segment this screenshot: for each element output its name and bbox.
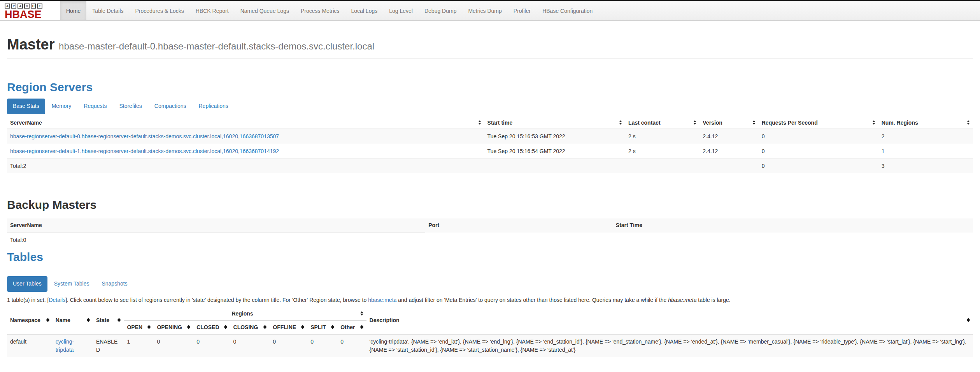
sort-icon[interactable] [187,325,190,329]
sort-icon[interactable] [331,325,334,329]
col-last-contact[interactable]: Last contact [625,117,699,129]
version-cell: 2.4.12 [699,144,758,159]
sort-icon[interactable] [752,120,756,125]
sort-icon[interactable] [87,318,90,322]
backup-masters-header-row: ServerName Port Start Time [7,218,973,233]
nav-link-named-queue-logs[interactable]: Named Queue Logs [235,1,295,20]
sort-icon[interactable] [117,318,121,322]
tab-requests-link[interactable]: Requests [78,99,112,114]
nav-item-named-queue-logs[interactable]: Named Queue Logs [235,1,295,20]
col-start-time[interactable]: Start time [484,117,626,129]
tab-storefiles[interactable]: Storefiles [113,99,147,114]
sort-icon[interactable] [147,325,151,329]
nav-link-debug-dump[interactable]: Debug Dump [419,1,463,20]
tab-replications-link[interactable]: Replications [193,99,234,114]
sort-icon[interactable] [360,325,363,329]
regionserver-name-cell: hbase-regionserver-default-1.hbase-regio… [7,144,484,159]
sort-icon[interactable] [693,120,696,125]
col-num-regions-label: Num. Regions [882,120,918,126]
total-num-regions-cell: 3 [878,159,973,173]
col-split[interactable]: SPLIT [307,321,337,334]
sort-icon[interactable] [619,120,622,125]
col-namespace[interactable]: Namespace [7,307,53,334]
nav-item-procedures-locks[interactable]: Procedures & Locks [130,1,190,20]
hbase-meta-link[interactable]: hbase:meta [368,297,396,303]
table-name-link[interactable]: cycling-tripdata [56,339,74,353]
tab-replications[interactable]: Replications [193,99,234,114]
sort-icon[interactable] [263,325,266,329]
nav-item-debug-dump[interactable]: Debug Dump [419,1,463,20]
sort-icon[interactable] [224,325,227,329]
col-version[interactable]: Version [699,117,758,129]
col-open[interactable]: OPEN [124,321,154,334]
nav-link-hbase-configuration[interactable]: HBase Configuration [536,1,598,20]
nav-item-hbck-report[interactable]: HBCK Report [190,1,235,20]
nav-link-hbck-report[interactable]: HBCK Report [190,1,235,20]
regionserver-link[interactable]: hbase-regionserver-default-0.hbase-regio… [10,133,279,139]
requests-per-second-cell: 0 [759,129,878,144]
col-num-regions[interactable]: Num. Regions [878,117,973,129]
nav-link-home[interactable]: Home [60,1,86,20]
nav-item-local-logs[interactable]: Local Logs [345,1,384,20]
nav-link-local-logs[interactable]: Local Logs [345,1,384,20]
nav-link-metrics-dump[interactable]: Metrics Dump [462,1,507,20]
col-requests-per-second[interactable]: Requests Per Second [759,117,878,129]
col-state-label: State [96,317,109,323]
col-offline[interactable]: OFFLINE [270,321,307,334]
tab-user-tables[interactable]: User Tables [7,276,47,292]
sort-icon[interactable] [301,325,304,329]
nav-item-metrics-dump[interactable]: Metrics Dump [462,1,507,20]
tab-compactions-link[interactable]: Compactions [149,99,192,114]
nav-item-log-level[interactable]: Log Level [383,1,419,20]
tab-user-tables-link[interactable]: User Tables [7,276,47,292]
tab-memory-link[interactable]: Memory [46,99,77,114]
tab-base-stats-link[interactable]: Base Stats [7,99,45,114]
col-name[interactable]: Name [53,307,93,334]
sort-icon[interactable] [872,120,875,125]
col-requests-per-second-label: Requests Per Second [762,120,818,126]
sort-icon[interactable] [478,120,481,125]
region-servers-heading: Region Servers [7,81,973,94]
nav-item-hbase-configuration[interactable]: HBase Configuration [536,1,598,20]
tab-compactions[interactable]: Compactions [149,99,192,114]
tab-system-tables-link[interactable]: System Tables [48,276,95,292]
tab-storefiles-link[interactable]: Storefiles [113,99,147,114]
tab-system-tables[interactable]: System Tables [48,276,95,292]
col-other-label: Other [340,324,355,330]
tab-requests[interactable]: Requests [78,99,112,114]
region-servers-table: ServerName Start time Last contact Versi… [7,117,973,173]
col-bm-start-time: Start Time [613,218,973,233]
nav-link-process-metrics[interactable]: Process Metrics [295,1,345,20]
col-group-regions[interactable]: Regions [124,307,366,321]
col-servername[interactable]: ServerName [7,117,484,129]
hbase-logo[interactable]: APACHE HBASE [0,1,60,20]
nav-link-log-level[interactable]: Log Level [383,1,419,20]
tab-base-stats[interactable]: Base Stats [7,99,45,114]
start-time-cell: Tue Sep 20 15:16:54 GMT 2022 [484,144,626,159]
col-description[interactable]: Description [366,307,973,334]
col-open-label: OPEN [127,324,142,330]
tab-snapshots-link[interactable]: Snapshots [96,276,133,292]
sort-icon[interactable] [360,311,363,316]
nav-link-profiler[interactable]: Profiler [508,1,536,20]
col-state[interactable]: State [93,307,124,334]
nav-item-profiler[interactable]: Profiler [508,1,536,20]
col-description-label: Description [370,317,400,323]
sort-icon[interactable] [967,120,970,125]
tab-memory[interactable]: Memory [46,99,77,114]
tab-snapshots[interactable]: Snapshots [96,276,133,292]
col-opening[interactable]: OPENING [154,321,193,334]
regionserver-link[interactable]: hbase-regionserver-default-1.hbase-regio… [10,148,279,154]
details-link[interactable]: Details [49,297,65,303]
nav-link-procedures-locks[interactable]: Procedures & Locks [130,1,190,20]
col-closing[interactable]: CLOSING [230,321,270,334]
sort-icon[interactable] [46,318,49,322]
col-other[interactable]: Other [337,321,366,334]
sort-icon[interactable] [967,318,970,322]
nav-item-table-details[interactable]: Table Details [86,1,129,20]
nav-item-process-metrics[interactable]: Process Metrics [295,1,345,20]
empty-cell [484,159,626,173]
nav-item-home[interactable]: Home [60,1,86,20]
nav-link-table-details[interactable]: Table Details [86,1,129,20]
col-closed[interactable]: CLOSED [193,321,230,334]
